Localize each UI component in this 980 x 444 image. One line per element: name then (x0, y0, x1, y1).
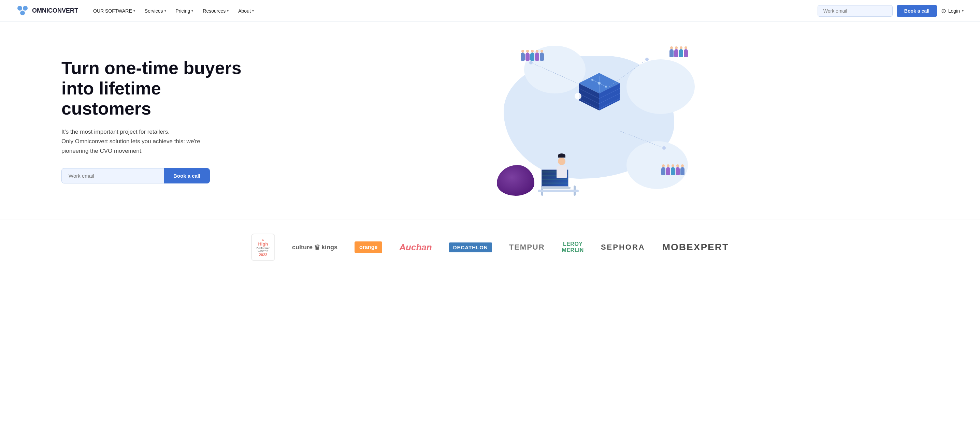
navbar: OMNICONVERT OUR SOFTWARE ▾ Services ▾ Pr… (0, 0, 980, 22)
brand-culture-kings: culture ♛ kings (292, 243, 337, 251)
brand-orange: orange (355, 241, 382, 253)
person (553, 162, 570, 186)
brand-auchan: Auchan (399, 242, 432, 253)
person-dot (525, 52, 530, 61)
person-dot (674, 49, 678, 57)
logo[interactable]: OMNICONVERT (16, 5, 78, 17)
hero-section: Turn one-time buyers into lifetime custo… (0, 22, 980, 220)
auchan-logo: Auchan (399, 242, 432, 253)
svg-point-2 (20, 11, 25, 15)
svg-point-7 (591, 79, 593, 81)
email-input-hero[interactable] (61, 168, 164, 184)
chevron-down-icon: ▾ (962, 9, 964, 13)
hero-subtitle: It's the most important project for reta… (61, 127, 253, 156)
hero-illustration (497, 46, 695, 196)
person-dot (661, 167, 665, 175)
person-hair (558, 154, 565, 157)
culture-kings-logo: culture ♛ kings (292, 243, 337, 251)
person-dot (666, 167, 670, 175)
brand-decathlon: DECATHLON (449, 243, 492, 252)
beanbag-chair (497, 165, 535, 196)
book-call-button-hero[interactable]: Book a call (164, 168, 210, 184)
logo-text: OMNICONVERT (32, 7, 78, 14)
nav-links: OUR SOFTWARE ▾ Services ▾ Pricing ▾ Reso… (89, 5, 258, 16)
svg-point-17 (574, 93, 581, 100)
nav-resources[interactable]: Resources ▾ (199, 5, 233, 16)
brands-section: G High Performer WINTER 2022 culture ♛ k… (0, 220, 980, 274)
person-dot (671, 167, 675, 175)
svg-point-8 (605, 86, 607, 88)
person-dot (670, 49, 674, 57)
svg-point-6 (598, 82, 601, 84)
book-call-button-nav[interactable]: Book a call (897, 5, 937, 17)
chevron-down-icon: ▾ (252, 9, 254, 13)
tempur-logo: TEMPUR (509, 243, 545, 252)
nav-right: Book a call ⊙ Login ▾ (818, 5, 964, 17)
desk (538, 190, 579, 192)
sephora-logo: SEPHORA (601, 243, 645, 252)
nav-about[interactable]: About ▾ (234, 5, 258, 16)
brand-tempur: TEMPUR (509, 243, 545, 252)
person-dot (540, 52, 544, 61)
isometric-cube (572, 66, 627, 121)
chevron-down-icon: ▾ (134, 9, 135, 13)
nav-services[interactable]: Services ▾ (141, 5, 170, 16)
chevron-down-icon: ▾ (191, 9, 193, 13)
hero-cta: Book a call (61, 168, 253, 184)
person-dot (530, 52, 535, 61)
person-dot (535, 52, 539, 61)
orange-logo: orange (355, 241, 382, 253)
g2-badge: G High Performer WINTER 2022 (251, 234, 275, 261)
brand-g2: G High Performer WINTER 2022 (251, 234, 275, 261)
nav-pricing[interactable]: Pricing ▾ (172, 5, 197, 16)
nav-our-software[interactable]: OUR SOFTWARE ▾ (89, 5, 139, 16)
hero-left: Turn one-time buyers into lifetime custo… (61, 58, 253, 184)
login-link[interactable]: ⊙ Login ▾ (941, 7, 964, 15)
chevron-down-icon: ▾ (227, 9, 229, 13)
decathlon-logo: DECATHLON (449, 243, 492, 252)
brand-sephora: SEPHORA (601, 243, 645, 252)
laptop-base (541, 187, 571, 189)
chevron-down-icon: ▾ (164, 9, 166, 13)
mobexpert-logo: MOBEXPERT (662, 242, 729, 253)
svg-point-1 (23, 6, 28, 11)
account-icon: ⊙ (941, 7, 946, 15)
email-input-nav[interactable] (818, 5, 892, 17)
brand-leroy-merlin: LEROY MERLIN (562, 241, 584, 253)
brand-mobexpert: MOBEXPERT (662, 242, 729, 253)
leroy-merlin-logo: LEROY MERLIN (562, 241, 584, 253)
svg-point-22 (645, 58, 649, 61)
hero-title: Turn one-time buyers into lifetime custo… (61, 58, 253, 119)
person-dot (684, 49, 688, 57)
person-dot (680, 167, 684, 175)
person-dot (679, 49, 683, 57)
svg-point-0 (18, 6, 22, 11)
person-head (558, 157, 565, 165)
people-group-top-right (670, 49, 688, 57)
people-group-bottom-right (661, 167, 684, 175)
person-torso (557, 166, 567, 178)
crown-icon: ♛ (314, 243, 320, 251)
hero-illustration-container (253, 46, 939, 196)
people-group-top-left (521, 52, 544, 61)
blob-right (627, 59, 695, 114)
person-dot (676, 167, 680, 175)
nav-left: OMNICONVERT OUR SOFTWARE ▾ Services ▾ Pr… (16, 5, 258, 17)
person-dot (521, 52, 525, 61)
